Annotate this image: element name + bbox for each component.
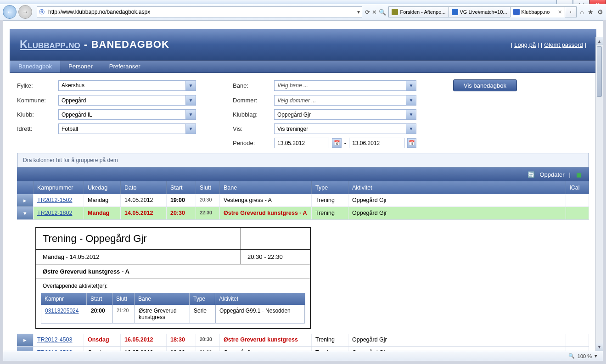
col-dato[interactable]: Dato bbox=[121, 181, 167, 194]
tab-label: Klubbapp.no bbox=[522, 9, 550, 15]
cell-ukedag: Mandag bbox=[84, 207, 121, 219]
tab-preferanser[interactable]: Preferanser bbox=[101, 61, 149, 73]
scroll-down-icon[interactable]: ▼ bbox=[596, 343, 603, 351]
cell-start: 19:00 bbox=[167, 194, 196, 207]
idrett-select[interactable]: Fotball▼ bbox=[58, 123, 196, 134]
cell-dato: 16.05.2012 bbox=[121, 334, 167, 346]
overlap-label: Overlappende aktivitet(er): bbox=[36, 279, 310, 291]
chevron-down-icon: ▼ bbox=[406, 124, 416, 134]
date-to-input[interactable]: 13.06.2012 bbox=[349, 138, 404, 148]
section-tabs: Banedagbok Personer Preferanser bbox=[10, 60, 596, 73]
back-button[interactable]: ← bbox=[3, 5, 17, 19]
detail-bane: Østre Greverud kunstgress - A bbox=[36, 264, 310, 279]
page-title: BANEDAGBOK bbox=[91, 39, 169, 50]
cell-slutt: 22:30 bbox=[196, 207, 220, 219]
tab-banedagbok[interactable]: Banedagbok bbox=[10, 61, 60, 73]
tab-personer[interactable]: Personer bbox=[60, 61, 101, 73]
refresh-icon[interactable]: 🔄 bbox=[527, 171, 535, 178]
calendar-icon[interactable]: 📅 bbox=[407, 138, 416, 148]
cell-ical[interactable] bbox=[566, 194, 589, 207]
klubblag-select[interactable]: Oppegård Gjr▼ bbox=[274, 109, 416, 120]
cell-bane: Østre Greverud kunstgress - A bbox=[220, 207, 312, 219]
expand-toggle[interactable]: ▸ bbox=[17, 194, 34, 207]
vis-select[interactable]: Vis treninger▼ bbox=[274, 123, 416, 134]
col-slutt[interactable]: Slutt bbox=[196, 181, 220, 194]
browser-tab[interactable]: VG Live#match=10... bbox=[449, 6, 511, 17]
klubb-label: Klubb: bbox=[17, 111, 54, 118]
idrett-label: Idrett: bbox=[17, 125, 54, 132]
col-aktivitet[interactable]: Aktivitet bbox=[348, 181, 566, 194]
browser-tab[interactable]: Klubbapp.no ✕ bbox=[510, 6, 565, 17]
klubb-select[interactable]: Oppegård IL▼ bbox=[58, 109, 196, 120]
tools-icon[interactable]: ⚙ bbox=[597, 8, 603, 16]
chevron-down-icon: ▼ bbox=[185, 81, 196, 90]
address-bar[interactable]: ⓔ http://www.klubbapp.no/banedagbok.aspx… bbox=[37, 6, 362, 17]
bane-select[interactable]: Velg bane ...▼ bbox=[274, 80, 416, 91]
expand-toggle[interactable]: ▸ bbox=[17, 334, 34, 346]
table-row[interactable]: ▾TR2012-1802Mandag14.05.201220:3022:30Øs… bbox=[17, 207, 589, 220]
cell-start: 18:30 bbox=[167, 334, 196, 346]
cell-slutt: 20:30 bbox=[196, 334, 220, 346]
fylke-select[interactable]: Akershus▼ bbox=[58, 80, 196, 91]
expand-toggle[interactable]: ▾ bbox=[17, 207, 34, 219]
grid-toolbar: 🔄 Oppdater | ▦ bbox=[17, 168, 589, 181]
chevron-down-icon: ▼ bbox=[185, 124, 196, 134]
detail-time: 20:30 - 22:30 bbox=[241, 250, 310, 264]
col-kampnummer[interactable]: Kampnummer bbox=[34, 181, 84, 194]
stop-icon[interactable]: ✕ bbox=[372, 9, 377, 16]
kamp-link[interactable]: TR2012-4503 bbox=[37, 336, 72, 343]
group-drop-area[interactable]: Dra kolonner hit for å gruppere på dem bbox=[17, 153, 589, 168]
brand-link[interactable]: Klubbapp.no bbox=[20, 38, 80, 51]
col-ical[interactable]: iCal bbox=[566, 181, 589, 194]
cell-bane: Vestenga gress - A bbox=[220, 194, 312, 207]
date-from-input[interactable]: 13.05.2012 bbox=[274, 138, 329, 148]
col-bane[interactable]: Bane bbox=[220, 181, 312, 194]
forward-button[interactable]: → bbox=[18, 5, 32, 19]
login-link[interactable]: Logg på bbox=[514, 41, 536, 48]
tab-label: VG Live#match=10... bbox=[460, 9, 507, 15]
table-row[interactable]: ▸TR2012-4503Onsdag16.05.201218:3020:30Øs… bbox=[17, 334, 589, 347]
calendar-icon[interactable]: 📅 bbox=[332, 138, 341, 148]
tab-close-icon[interactable]: ✕ bbox=[558, 9, 562, 15]
status-bar: 🔍 100 % ▾ bbox=[3, 351, 603, 361]
tab-favicon-icon bbox=[452, 9, 458, 15]
zoom-dropdown-icon[interactable]: ▾ bbox=[595, 353, 597, 359]
overlap-kamp-link[interactable]: 03113205024 bbox=[45, 308, 79, 314]
scroll-thumb[interactable] bbox=[597, 46, 602, 97]
refresh-button[interactable]: Oppdater bbox=[539, 171, 564, 178]
new-tab-button[interactable]: ▫ bbox=[565, 6, 577, 17]
excel-export-icon[interactable]: ▦ bbox=[575, 171, 583, 178]
cell-ical[interactable] bbox=[566, 207, 589, 219]
cell-ukedag: Onsdag bbox=[84, 334, 121, 346]
col-ukedag[interactable]: Ukedag bbox=[84, 181, 121, 194]
chevron-down-icon: ▼ bbox=[406, 81, 416, 90]
scroll-up-icon[interactable]: ▲ bbox=[596, 37, 603, 45]
cell-slutt: 20:30 bbox=[196, 194, 220, 207]
dommer-select[interactable]: Velg dommer ...▼ bbox=[274, 95, 416, 106]
search-icon[interactable]: 🔍 bbox=[379, 9, 386, 16]
subgrid-row[interactable]: 0311320502420:0021:20Østre Greverud kuns… bbox=[41, 305, 305, 324]
kommune-select[interactable]: Oppegård▼ bbox=[58, 95, 196, 106]
cell-ical[interactable] bbox=[566, 334, 589, 346]
chevron-down-icon: ▼ bbox=[406, 110, 416, 119]
col-start[interactable]: Start bbox=[167, 181, 196, 194]
vertical-scrollbar[interactable]: ▲ ▼ bbox=[595, 37, 603, 351]
col-type[interactable]: Type bbox=[312, 181, 348, 194]
kamp-link[interactable]: TR2012-1802 bbox=[37, 210, 72, 216]
cell-aktivitet: Oppegård Gjr bbox=[348, 194, 566, 207]
cell-type: Trening bbox=[312, 194, 348, 207]
table-row[interactable]: ▸TR2012-1502Mandag14.05.201219:0020:30Ve… bbox=[17, 194, 589, 207]
kamp-link[interactable]: TR2012-1502 bbox=[37, 197, 72, 203]
detail-title: Trening - Oppegård Gjr bbox=[36, 228, 241, 250]
cell-bane: Østre Greverud kunstgress bbox=[220, 334, 312, 346]
refresh-icon[interactable]: ⟳ bbox=[365, 9, 370, 16]
home-icon[interactable]: ⌂ bbox=[580, 8, 584, 16]
zoom-icon[interactable]: 🔍 bbox=[568, 353, 575, 359]
browser-tab[interactable]: Forsiden - Aftenpo... bbox=[388, 6, 449, 17]
show-button[interactable]: Vis banedagbok bbox=[453, 79, 517, 91]
favorites-icon[interactable]: ★ bbox=[588, 8, 594, 16]
forgot-password-link[interactable]: Glemt passord bbox=[544, 41, 583, 48]
cell-aktivitet: Oppegård Gjr bbox=[348, 207, 566, 219]
dommer-label: Dommer: bbox=[233, 97, 269, 104]
url-dropdown-icon[interactable]: ▾ bbox=[357, 9, 360, 15]
